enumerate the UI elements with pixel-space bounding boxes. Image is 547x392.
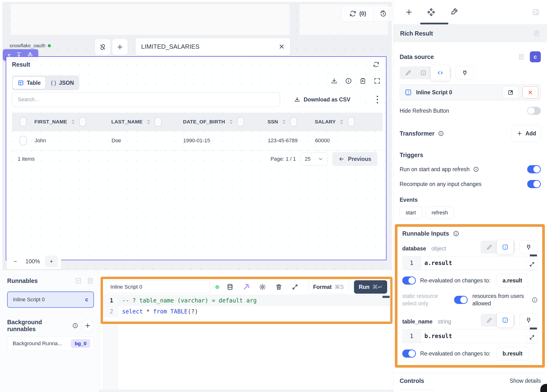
expand-expression-icon[interactable] bbox=[526, 332, 537, 343]
reevaluate-toggle[interactable] bbox=[402, 277, 416, 284]
run-button[interactable]: Run ⌘↵ bbox=[354, 280, 387, 294]
magic-wand-icon[interactable] bbox=[243, 283, 250, 291]
column-checkbox[interactable] bbox=[155, 117, 162, 127]
tab-json-label: JSON bbox=[59, 80, 74, 86]
styles-tab[interactable] bbox=[449, 8, 458, 16]
download-icon[interactable] bbox=[331, 77, 338, 85]
editor-highlight-box: Format ⌘S Run ⌘↵ 1 -- ? table_name (varc… bbox=[101, 277, 392, 324]
expand-editor-icon[interactable] bbox=[291, 283, 299, 291]
collapse-panel-icon[interactable] bbox=[532, 8, 540, 16]
table-row[interactable]: John Doe 1990-01-15 123-45-6789 60000 bbox=[12, 131, 383, 150]
run-label: Run bbox=[359, 284, 369, 290]
sort-icon[interactable] bbox=[338, 119, 345, 125]
input-expression-editor[interactable]: 1 a.result bbox=[402, 256, 538, 270]
remove-source-button[interactable] bbox=[522, 86, 538, 98]
connect-source-button[interactable] bbox=[456, 66, 474, 80]
show-details-link[interactable]: Show details bbox=[510, 378, 541, 384]
unlink-button[interactable] bbox=[95, 39, 110, 55]
gear-icon[interactable] bbox=[259, 283, 266, 291]
refresh-runs-button[interactable]: (0) bbox=[342, 6, 374, 21]
info-icon[interactable] bbox=[345, 77, 352, 85]
setvalue-chip[interactable]: setValue bbox=[400, 390, 435, 392]
column-checkbox[interactable] bbox=[348, 117, 355, 127]
table-name-input[interactable] bbox=[141, 43, 275, 51]
add-transformer-button[interactable]: Add bbox=[512, 125, 541, 142]
run-shortcut: ⌘↵ bbox=[372, 284, 383, 290]
rich-result-component[interactable]: Result Table { } JSON bbox=[6, 56, 386, 260]
result-refresh-button[interactable] bbox=[370, 59, 383, 70]
row-checkbox[interactable] bbox=[20, 136, 27, 145]
mode-static-button[interactable] bbox=[482, 314, 497, 327]
column-header: DATE_OF_BIRTH bbox=[183, 119, 225, 125]
components-tab[interactable] bbox=[426, 7, 436, 17]
column-checkbox[interactable] bbox=[290, 117, 297, 127]
recompute-toggle[interactable] bbox=[527, 180, 541, 188]
collapse-runnables-icon[interactable] bbox=[75, 277, 82, 284]
page-size-select[interactable]: 25 bbox=[301, 152, 328, 166]
add-component-tab[interactable] bbox=[405, 8, 413, 16]
sort-icon[interactable] bbox=[281, 119, 287, 125]
event-chip-start[interactable]: start bbox=[400, 207, 422, 219]
runnable-item-label: Inline Script 0 bbox=[13, 297, 45, 303]
select-all-checkbox[interactable] bbox=[20, 117, 27, 127]
search-input[interactable] bbox=[17, 96, 274, 103]
trash-icon[interactable] bbox=[275, 283, 282, 291]
fullscreen-icon[interactable] bbox=[374, 77, 381, 85]
expand-expression-icon[interactable] bbox=[526, 259, 537, 270]
background-runnable-item[interactable]: Background Runna... bg_0 bbox=[7, 336, 94, 351]
runnable-item-inline-script-0[interactable]: Inline Script 0 c bbox=[7, 291, 94, 308]
clear-field-icon[interactable] bbox=[278, 43, 285, 50]
tab-table[interactable]: Table bbox=[13, 77, 45, 89]
open-script-button[interactable] bbox=[503, 86, 519, 98]
add-field-button[interactable] bbox=[112, 39, 128, 55]
info-icon bbox=[72, 323, 78, 329]
download-csv-button[interactable]: Download as CSV bbox=[284, 93, 360, 107]
sort-icon[interactable] bbox=[145, 119, 152, 125]
dependency-chip[interactable]: b.result bbox=[497, 347, 528, 360]
docs-icon[interactable] bbox=[533, 30, 540, 37]
mode-function-button[interactable]: f bbox=[497, 313, 513, 327]
zoom-in-label: + bbox=[50, 258, 53, 265]
copy-result-icon[interactable] bbox=[359, 77, 366, 85]
mode-function-button[interactable]: f bbox=[416, 66, 431, 79]
placeholder-component-1[interactable] bbox=[11, 4, 289, 35]
run-on-start-toggle[interactable] bbox=[527, 165, 541, 173]
sort-icon[interactable] bbox=[70, 119, 76, 125]
sql-comment: -- ? table_name (varchar) = default arg bbox=[118, 297, 257, 304]
mode-static-button[interactable] bbox=[401, 66, 416, 79]
zoom-out-button[interactable]: − bbox=[10, 258, 21, 265]
script-name-input[interactable] bbox=[110, 284, 206, 290]
database-icon[interactable] bbox=[226, 283, 234, 291]
format-button[interactable]: Format ⌘S bbox=[308, 280, 349, 294]
editor-scrollbar-thumb[interactable] bbox=[383, 296, 390, 298]
runnables-doc-icon[interactable] bbox=[87, 277, 94, 284]
mode-function-button[interactable]: f bbox=[497, 240, 513, 254]
previous-page-button[interactable]: Previous bbox=[332, 152, 377, 166]
connect-input-button[interactable] bbox=[519, 240, 538, 254]
connect-input-button[interactable] bbox=[519, 313, 538, 327]
resources-from-users-toggle[interactable] bbox=[454, 296, 468, 304]
column-checkbox[interactable] bbox=[237, 117, 244, 127]
event-chip-refresh[interactable]: refresh bbox=[426, 207, 454, 219]
editor-header: Format ⌘S Run ⌘↵ bbox=[103, 279, 390, 295]
column-checkbox[interactable] bbox=[79, 117, 86, 127]
mode-code-button[interactable] bbox=[431, 65, 450, 81]
table-menu-button[interactable] bbox=[373, 94, 382, 105]
docs-icon[interactable] bbox=[518, 53, 525, 61]
data-source-ref[interactable]: f Inline Script 0 bbox=[400, 84, 541, 101]
reevaluate-toggle[interactable] bbox=[402, 350, 416, 358]
code-line-1[interactable]: 1 -- ? table_name (varchar) = default ar… bbox=[103, 295, 390, 306]
hide-refresh-toggle[interactable] bbox=[527, 107, 541, 115]
add-background-runnable-button[interactable] bbox=[82, 319, 94, 332]
mode-static-button[interactable] bbox=[482, 241, 497, 254]
dependency-chip[interactable]: a.result bbox=[497, 274, 528, 287]
sql-statement: select * from TABLE(?) bbox=[118, 308, 198, 315]
history-button[interactable] bbox=[374, 6, 392, 21]
refresh-icon bbox=[373, 61, 380, 68]
input-expression-editor[interactable]: 1 b.result bbox=[402, 329, 538, 343]
editor-scroll-track bbox=[390, 270, 391, 390]
tab-json[interactable]: { } JSON bbox=[46, 77, 79, 89]
zoom-in-button[interactable]: + bbox=[45, 256, 58, 267]
code-line-2[interactable]: 2 select * from TABLE(?) bbox=[103, 306, 390, 317]
sort-icon[interactable] bbox=[228, 119, 234, 125]
